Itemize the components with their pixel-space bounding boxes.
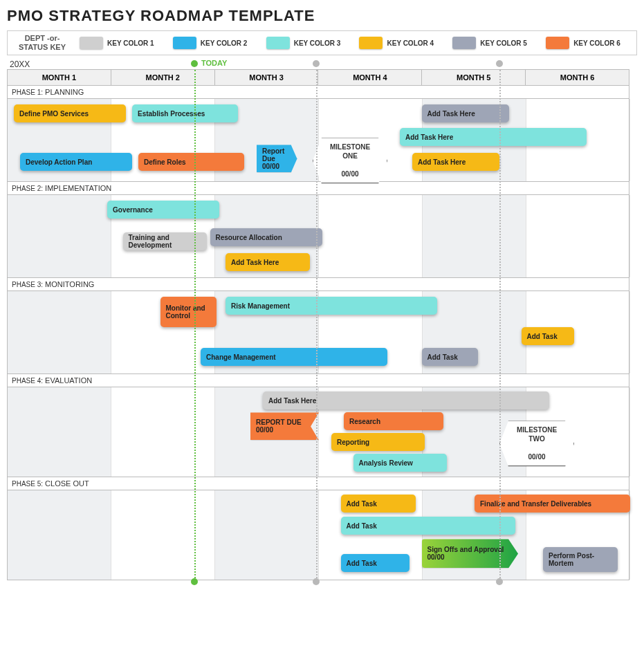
gantt-bar[interactable]: Add Task Here [412, 153, 499, 171]
gantt-bar[interactable]: Governance [107, 201, 219, 219]
legend: DEPT -or- STATUS KEY KEY COLOR 1KEY COLO… [7, 30, 637, 55]
phase-lane: Add TaskFinalize and Transfer Deliverabl… [8, 490, 629, 580]
legend-swatch [546, 37, 569, 49]
gantt-bar[interactable]: Add Task [341, 554, 410, 572]
gantt-bar[interactable]: Add Task [522, 327, 575, 345]
phase-label: PHASE 5: CLOSE OUT [8, 477, 629, 490]
legend-text: KEY COLOR 4 [387, 39, 434, 47]
grid-column [526, 195, 630, 277]
phase-label: PHASE 4: EVALUATION [8, 373, 629, 387]
legend-item: KEY COLOR 5 [450, 33, 543, 53]
legend-swatch [173, 37, 196, 49]
month-header: MONTH 1 [8, 70, 111, 85]
gantt-bar[interactable]: Define Roles [138, 153, 244, 171]
gantt-bar[interactable]: Resource Allocation [210, 228, 322, 246]
legend-item: KEY COLOR 2 [170, 33, 264, 53]
months-header: MONTH 1MONTH 2MONTH 3MONTH 4MONTH 5MONTH… [8, 70, 629, 85]
legend-swatch [452, 37, 476, 49]
phase-label: PHASE 3: MONITORING [8, 277, 629, 290]
phase-lane: Monitor and ControlRisk ManagementAdd Ta… [8, 290, 629, 373]
month-header: MONTH 6 [526, 70, 629, 85]
legend-swatch [80, 37, 103, 49]
milestone-marker[interactable]: MILESTONETWO 00/00 [499, 421, 574, 466]
legend-label: DEPT -or- STATUS KEY [8, 31, 77, 55]
legend-items: KEY COLOR 1KEY COLOR 2KEY COLOR 3KEY COL… [77, 33, 636, 53]
legend-swatch [266, 37, 290, 49]
legend-text: KEY COLOR 3 [294, 39, 341, 47]
month-header: MONTH 3 [215, 70, 319, 85]
gantt-bar[interactable]: Add Task Here [263, 391, 549, 409]
phase-lane: Define PMO ServicesEstablish ProcessesAd… [8, 98, 629, 181]
flag-marker[interactable]: ReportDue00/00 [257, 145, 297, 172]
gantt-bar[interactable]: Analysis Review [353, 454, 447, 472]
page-title: PMO STRATEGY ROADMAP TEMPLATE [7, 7, 637, 25]
milestone-marker[interactable]: MILESTONEONE 00/00 [313, 138, 387, 183]
grid-column [111, 490, 215, 580]
legend-text: KEY COLOR 1 [107, 39, 154, 47]
legend-text: KEY COLOR 2 [201, 39, 248, 47]
grid-column [111, 387, 215, 477]
month-header: MONTH 4 [318, 70, 422, 85]
gantt-bar[interactable]: Risk Management [226, 297, 437, 315]
gantt-bar[interactable]: Finalize and Transfer Deliverables [475, 495, 630, 513]
year-label: 20XX [10, 59, 637, 69]
phase-lane: Add Task HereResearchReportingAnalysis R… [8, 387, 629, 477]
gantt-bar[interactable]: Change Management [201, 348, 387, 366]
grid-column [8, 195, 111, 277]
legend-item: KEY COLOR 4 [356, 33, 450, 53]
grid-column [8, 387, 111, 477]
phase-label: PHASE 1: PLANNING [8, 85, 629, 98]
gantt-bar[interactable]: Add Task Here [226, 253, 310, 271]
gantt-bar[interactable]: Add Task Here [400, 128, 587, 146]
timeline: MONTH 1MONTH 2MONTH 3MONTH 4MONTH 5MONTH… [7, 69, 629, 580]
gantt-bar[interactable]: Research [344, 412, 443, 430]
gantt-bar[interactable]: Perform Post-Mortem [543, 547, 618, 572]
gantt-bar[interactable]: Sign Offs and Approval 00/00 [422, 539, 519, 568]
grid-column [215, 490, 319, 580]
month-header: MONTH 2 [111, 70, 215, 85]
legend-item: KEY COLOR 3 [264, 33, 357, 53]
legend-item: KEY COLOR 6 [543, 33, 636, 53]
phases-container: PHASE 1: PLANNINGDefine PMO ServicesEsta… [8, 85, 629, 580]
gantt-bar[interactable]: Training and Development [123, 232, 208, 250]
gantt-bar[interactable]: Add Task [341, 517, 515, 535]
grid-column [319, 195, 423, 277]
flag-marker[interactable]: REPORT DUE00/00 [250, 412, 319, 440]
gantt-bar[interactable]: Add Task [422, 348, 478, 366]
grid-column [423, 195, 526, 277]
gantt-bar[interactable]: Reporting [331, 433, 425, 451]
phase-lane: GovernanceTraining and DevelopmentResour… [8, 194, 629, 277]
gantt-bar[interactable]: Establish Processes [132, 104, 238, 122]
gantt-bar[interactable]: Add Task Here [422, 104, 509, 122]
gantt-bar[interactable]: Add Task [341, 495, 416, 513]
gantt-bar[interactable]: Define PMO Services [14, 104, 126, 122]
legend-text: KEY COLOR 6 [573, 39, 620, 47]
gantt-bar[interactable]: Monitor and Control [160, 297, 217, 327]
gantt-bar[interactable]: Develop Action Plan [20, 153, 132, 171]
legend-swatch [359, 37, 383, 49]
grid-column [8, 490, 111, 580]
legend-text: KEY COLOR 5 [480, 39, 527, 47]
grid-column [8, 291, 111, 373]
month-header: MONTH 5 [422, 70, 526, 85]
phase-label: PHASE 2: IMPLEMENTATION [8, 181, 629, 194]
legend-item: KEY COLOR 1 [77, 33, 170, 53]
